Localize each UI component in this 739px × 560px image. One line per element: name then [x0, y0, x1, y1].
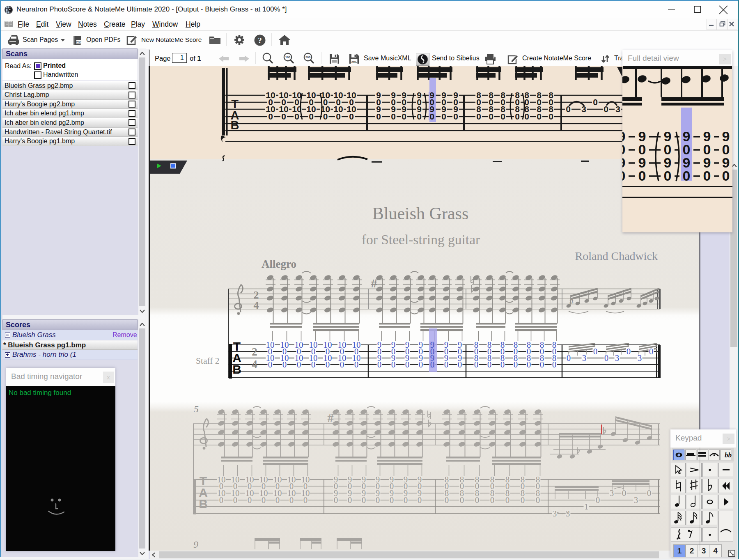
- svg-text:0: 0: [593, 97, 598, 107]
- svg-text:0: 0: [405, 360, 410, 370]
- svg-text:0: 0: [391, 112, 396, 121]
- svg-text:B: B: [232, 363, 241, 376]
- svg-text:1: 1: [584, 502, 589, 512]
- svg-text:#: #: [371, 276, 377, 290]
- svg-text:0: 0: [475, 495, 480, 505]
- svg-text:0: 0: [524, 112, 529, 121]
- svg-text:0: 0: [336, 112, 341, 121]
- svg-text:0: 0: [419, 360, 423, 370]
- svg-text:0: 0: [297, 360, 301, 370]
- svg-text:0: 0: [376, 495, 380, 505]
- svg-text:4: 4: [252, 358, 257, 370]
- svg-text:0: 0: [418, 495, 422, 505]
- svg-text:0: 0: [489, 112, 493, 121]
- svg-text:0: 0: [722, 168, 730, 184]
- svg-text:0: 0: [521, 495, 525, 505]
- svg-text:3: 3: [566, 509, 570, 519]
- svg-text:0: 0: [281, 112, 286, 121]
- svg-text:0: 0: [326, 360, 330, 370]
- svg-text:0: 0: [703, 168, 711, 184]
- svg-text:0: 0: [289, 495, 294, 505]
- svg-text:5: 5: [194, 404, 199, 414]
- svg-text:0: 0: [622, 488, 627, 498]
- svg-text:for Steel-string guitar: for Steel-string guitar: [362, 232, 480, 247]
- svg-text:0: 0: [262, 495, 266, 505]
- svg-text:0: 0: [683, 168, 691, 184]
- svg-text:0: 0: [627, 347, 631, 356]
- svg-text:0: 0: [540, 360, 544, 370]
- svg-text:0: 0: [515, 112, 520, 121]
- svg-text:0: 0: [430, 360, 435, 370]
- svg-text:PDF: PDF: [76, 41, 81, 44]
- svg-text:0: 0: [282, 360, 287, 370]
- svg-text:Staff 2: Staff 2: [196, 356, 220, 366]
- svg-text:B: B: [199, 497, 208, 511]
- svg-text:0: 0: [294, 112, 299, 121]
- svg-text:4: 4: [254, 299, 259, 311]
- svg-text:0: 0: [458, 360, 462, 370]
- svg-text:0: 0: [334, 495, 338, 505]
- svg-text:0: 0: [303, 495, 308, 505]
- svg-text:200: 200: [305, 55, 311, 59]
- svg-text:3: 3: [615, 353, 620, 363]
- svg-text:3: 3: [582, 353, 587, 363]
- svg-text:0: 0: [376, 112, 381, 121]
- svg-text:Allegro: Allegro: [262, 258, 296, 270]
- svg-text:0: 0: [444, 360, 449, 370]
- svg-text:0: 0: [567, 353, 571, 363]
- svg-text:9: 9: [193, 539, 198, 550]
- svg-text:0: 0: [490, 495, 495, 505]
- svg-text:0: 0: [647, 488, 652, 498]
- svg-text:0: 0: [268, 112, 273, 121]
- svg-text:Blueish Grass: Blueish Grass: [372, 204, 469, 223]
- svg-text:?: ?: [258, 36, 262, 45]
- svg-text:0: 0: [349, 112, 354, 121]
- svg-text:0: 0: [354, 360, 359, 370]
- svg-text:3: 3: [615, 104, 620, 114]
- svg-text:0: 0: [219, 495, 224, 505]
- svg-text:0: 0: [323, 112, 328, 121]
- svg-text:0: 0: [537, 112, 542, 121]
- svg-text:0: 0: [248, 495, 252, 505]
- svg-text:0: 0: [500, 360, 505, 370]
- svg-text:0: 0: [593, 347, 598, 356]
- svg-text:0: 0: [638, 168, 646, 184]
- svg-text:0: 0: [362, 495, 366, 505]
- svg-text:0: 0: [268, 360, 273, 370]
- svg-text:0: 0: [453, 112, 458, 121]
- svg-text:0: 0: [649, 347, 654, 356]
- svg-text:0: 0: [445, 495, 449, 505]
- svg-text:0: 0: [549, 112, 553, 121]
- svg-text:0: 0: [377, 360, 382, 370]
- svg-text:0: 0: [309, 112, 314, 121]
- svg-text:0: 0: [505, 495, 510, 505]
- svg-text:100: 100: [285, 55, 291, 59]
- svg-text:0: 0: [514, 360, 518, 370]
- svg-text:0: 0: [596, 495, 600, 505]
- svg-text:0: 0: [348, 495, 352, 505]
- svg-text:0: 0: [527, 360, 531, 370]
- svg-text:0: 0: [474, 360, 479, 370]
- svg-text:0: 0: [275, 495, 280, 505]
- svg-text:0: 0: [622, 168, 625, 184]
- svg-text:0: 0: [391, 360, 396, 370]
- svg-text:0: 0: [664, 168, 672, 184]
- svg-text:0: 0: [340, 360, 344, 370]
- svg-text:0: 0: [402, 112, 406, 121]
- svg-text:0: 0: [311, 360, 316, 370]
- svg-text:0: 0: [487, 360, 492, 370]
- svg-text:3: 3: [610, 488, 614, 498]
- svg-text:#: #: [569, 296, 574, 306]
- svg-text:0: 0: [552, 360, 557, 370]
- svg-text:2: 2: [252, 346, 257, 358]
- svg-text:0: 0: [500, 112, 505, 121]
- svg-text:0: 0: [429, 112, 434, 121]
- svg-text:XML: XML: [351, 60, 357, 63]
- svg-text:3: 3: [553, 509, 557, 519]
- svg-text:0: 0: [604, 104, 608, 114]
- svg-text:0: 0: [417, 112, 422, 121]
- svg-text:0: 0: [536, 495, 540, 505]
- svg-text:0: 0: [390, 495, 394, 505]
- svg-text:0: 0: [441, 112, 446, 121]
- svg-text:#: #: [328, 411, 334, 425]
